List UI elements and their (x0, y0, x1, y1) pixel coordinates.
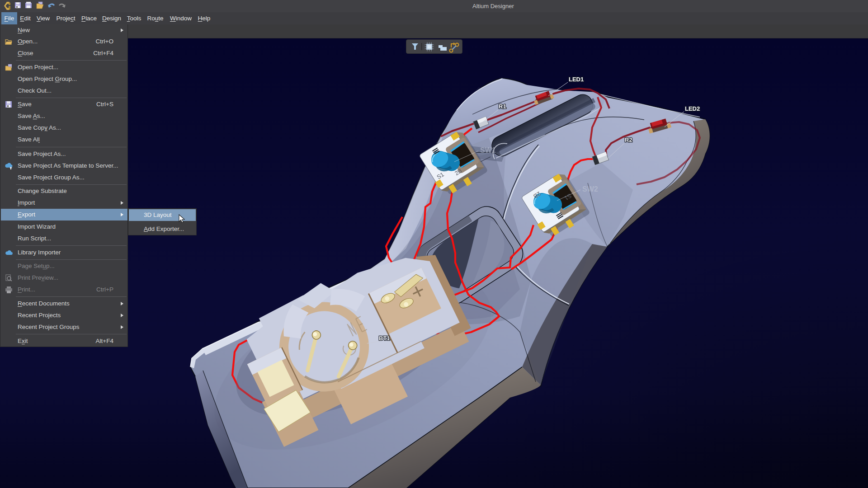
svg-text:LED1: LED1 (569, 76, 584, 83)
svg-text:BT1: BT1 (379, 335, 390, 342)
svg-text:SW1: SW1 (480, 146, 496, 154)
svg-text:R2: R2 (625, 136, 632, 143)
svg-text:R1: R1 (499, 103, 506, 110)
svg-text:LED2: LED2 (685, 105, 700, 112)
svg-text:SW2: SW2 (582, 185, 598, 193)
